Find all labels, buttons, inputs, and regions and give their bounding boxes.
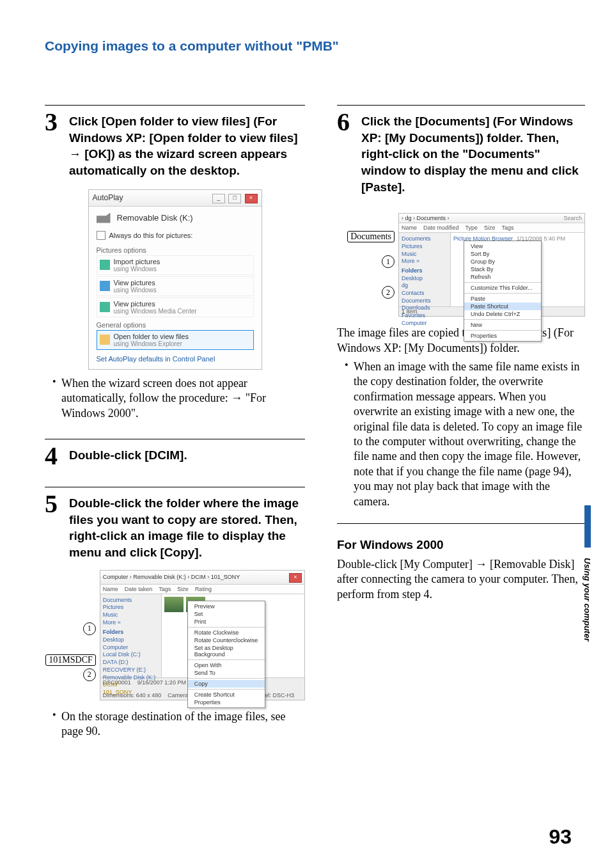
search-input[interactable]: Search [563,215,582,221]
divider [45,487,305,487]
section-heading: For Windows 2000 [337,538,585,552]
column-headers: NameDate takenTagsSizeRating [100,585,304,594]
menu-item[interactable]: Set [188,610,265,618]
step-3: 3 Click [Open folder to view files] (For… [45,109,305,179]
column-headers: NameDate modifiedTypeSizeTags [399,223,584,233]
arrow-icon: → [475,558,487,571]
menu-item[interactable]: Sort By [464,250,541,258]
step-6: 6 Click the [Documents] (For Windows XP:… [337,109,585,195]
menu-item[interactable]: Rotate Clockwise [188,629,265,636]
menu-item[interactable]: Properties [188,698,265,706]
close-button[interactable]: × [245,194,258,203]
option-subtitle: using Windows Explorer [114,340,189,347]
autoplay-option[interactable]: View pictures using Windows Media Center [97,297,254,317]
section-label: Pictures options [97,246,254,254]
step-5: 5 Double-click the folder where the imag… [45,491,305,561]
menu-item-copy[interactable]: Copy [188,680,265,688]
callout-1: 1 [382,255,395,268]
context-menu[interactable]: View Sort By Group By Stack By Refresh C… [464,241,542,342]
menu-item[interactable]: Preview [188,603,265,610]
option-title: Import pictures [114,258,160,265]
section-label: General options [97,321,254,329]
menu-item[interactable]: Properties [464,332,541,340]
menu-item[interactable]: Rotate Counterclockwise [188,636,265,644]
menu-item[interactable]: Group By [464,258,541,265]
menu-item[interactable]: Refresh [464,273,541,281]
menu-item[interactable]: Set as Desktop Background [188,644,265,658]
step-number: 4 [45,443,69,469]
option-title: Open folder to view files [114,333,189,340]
breadcrumb[interactable]: › dg › Documents › [402,215,450,221]
explorer-sidebar[interactable]: Documents Pictures Music More » Folders … [399,233,450,306]
import-icon [100,260,110,270]
menu-item[interactable]: Undo Delete Ctrl+Z [464,310,541,318]
step-body: The image files are copied to the [Docum… [337,326,585,356]
device-name: Removable Disk (K:) [117,213,193,223]
note-part: When the wizard screen does not appear a… [61,377,247,404]
explorer-content[interactable]: Preview Set Print Rotate Clockwise Rotat… [161,594,304,677]
bullet-icon: • [345,359,354,509]
page-number: 93 [549,825,572,849]
menu-item[interactable]: Customize This Folder... [464,284,541,292]
explorer-sidebar[interactable]: Documents Pictures Music More » Folders … [100,594,161,677]
menu-item-paste-shortcut[interactable]: Paste Shortcut [464,303,541,310]
breadcrumb[interactable]: Computer › Removable Disk (K:) › DCIM › … [103,574,240,580]
body-part: Double-click [My Computer] [337,558,475,571]
option-subtitle: using Windows [114,265,160,272]
menu-item[interactable]: Create Shortcut [188,691,265,698]
thumbnail-icon[interactable] [164,597,184,612]
context-menu[interactable]: Preview Set Print Rotate Clockwise Rotat… [187,601,265,708]
autoplay-option[interactable]: View pictures using Windows [97,276,254,296]
menu-item[interactable]: Open With [188,661,265,669]
autoplay-option[interactable]: Import pictures using Windows [97,255,254,275]
step-note: On the storage destination of the image … [61,709,305,739]
step-note: When an image with the same file name ex… [354,359,585,509]
checkbox-icon[interactable] [97,231,106,240]
menu-item-paste[interactable]: Paste [464,295,541,303]
callout-folder-label: 101MSDCF [45,654,95,666]
minimize-button[interactable]: _ [212,194,225,203]
divider [45,439,305,439]
divider [337,105,585,106]
autoplay-option-open-folder[interactable]: Open folder to view files using Windows … [97,330,254,350]
step-4: 4 Double-click [DCIM]. [45,443,305,469]
step-number: 3 [45,109,69,135]
media-center-icon [100,302,110,312]
side-label: Using your computer [583,558,592,642]
callout-2: 2 [83,668,96,681]
menu-item[interactable]: New [464,321,541,329]
drive-icon [97,213,111,223]
folder-icon [100,335,110,345]
menu-item[interactable]: View [464,242,541,250]
option-subtitle: using Windows Media Center [114,308,197,315]
section-body: Double-click [My Computer] → [Removable … [337,557,585,602]
bullet-icon: • [52,709,61,739]
menu-item[interactable]: Print [188,618,265,626]
dialog-title: AutoPlay [93,193,123,202]
autoplay-defaults-link[interactable]: Set AutoPlay defaults in Control Panel [97,355,254,363]
step-title: Click the [Documents] (For Windows XP: [… [361,109,585,195]
explorer-content[interactable]: Picture Motion Browser 1/11/2008 5:40 PM… [450,233,584,306]
menu-item[interactable]: Stack By [464,265,541,273]
gallery-icon [100,281,110,291]
explorer-window: › dg › Documents › Search NameDate modif… [398,213,585,317]
maximize-button[interactable]: □ [228,194,241,203]
autoplay-dialog: AutoPlay _ □ × Removable Disk (K:) [88,189,262,370]
option-title: View pictures [114,300,197,308]
callout-1: 1 [83,622,96,635]
callout-documents: Documents [347,231,395,242]
step-title: Click [Open folder to view files] (For W… [69,109,305,179]
arrow-icon: → [69,147,81,161]
checkbox-label: Always do this for pictures: [109,232,193,239]
step-title: Double-click [DCIM]. [69,443,187,464]
option-subtitle: using Windows [114,287,157,294]
callout-2: 2 [382,286,395,299]
page-header: Copying images to a computer without "PM… [45,38,565,54]
menu-item[interactable]: Send To [188,669,265,677]
explorer-window: Computer › Removable Disk (K:) › DCIM › … [100,570,305,700]
step-title: Double-click the folder where the image … [69,491,305,561]
step-number: 5 [45,491,69,517]
divider [337,523,585,524]
bullet-icon: • [52,376,61,421]
close-button[interactable]: × [289,573,302,583]
